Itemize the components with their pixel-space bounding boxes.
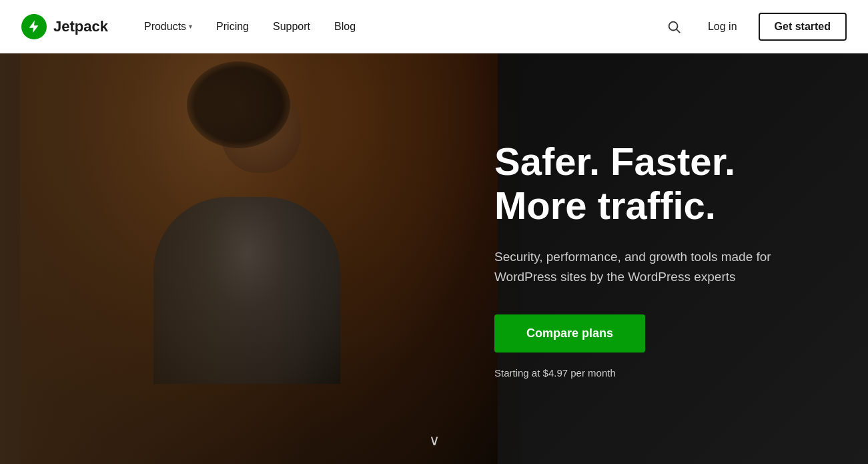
- logo-link[interactable]: Jetpack: [21, 14, 108, 39]
- nav-pricing[interactable]: Pricing: [207, 15, 258, 38]
- nav-support[interactable]: Support: [264, 15, 320, 38]
- scroll-down-button[interactable]: ∨: [429, 432, 440, 449]
- hero-content: Safer. Faster. More traffic. Security, p…: [494, 139, 828, 378]
- hero-headline-line2: More traffic.: [494, 184, 716, 227]
- header-actions: Log in Get started: [661, 13, 847, 41]
- svg-line-1: [677, 29, 680, 33]
- hero-image-overlay: [0, 53, 521, 464]
- search-icon: [667, 19, 681, 34]
- site-header: Jetpack Products ▾ Pricing Support Blog …: [0, 0, 868, 53]
- chevron-down-icon: ▾: [189, 23, 192, 30]
- nav-products[interactable]: Products ▾: [135, 15, 201, 38]
- login-button[interactable]: Log in: [700, 15, 745, 38]
- hero-section: Safer. Faster. More traffic. Security, p…: [0, 53, 868, 464]
- search-button[interactable]: [661, 14, 687, 39]
- hero-cta-area: Compare plans Starting at $4.97 per mont…: [494, 314, 828, 379]
- nav-blog-label: Blog: [334, 21, 356, 33]
- nav-support-label: Support: [273, 21, 310, 33]
- svg-point-0: [669, 21, 678, 30]
- nav-blog[interactable]: Blog: [325, 15, 365, 38]
- main-nav: Products ▾ Pricing Support Blog: [135, 15, 661, 38]
- jetpack-bolt-icon: [27, 19, 41, 34]
- hero-headline: Safer. Faster. More traffic.: [494, 139, 828, 228]
- nav-products-label: Products: [144, 21, 186, 33]
- logo-text: Jetpack: [53, 18, 108, 35]
- hero-starting-price: Starting at $4.97 per month: [494, 367, 828, 379]
- hero-headline-line1: Safer. Faster.: [494, 139, 735, 182]
- logo-icon: [21, 14, 47, 39]
- compare-plans-button[interactable]: Compare plans: [494, 314, 645, 353]
- get-started-button[interactable]: Get started: [759, 13, 847, 41]
- hero-subtext: Security, performance, and growth tools …: [494, 247, 828, 288]
- nav-pricing-label: Pricing: [216, 21, 249, 33]
